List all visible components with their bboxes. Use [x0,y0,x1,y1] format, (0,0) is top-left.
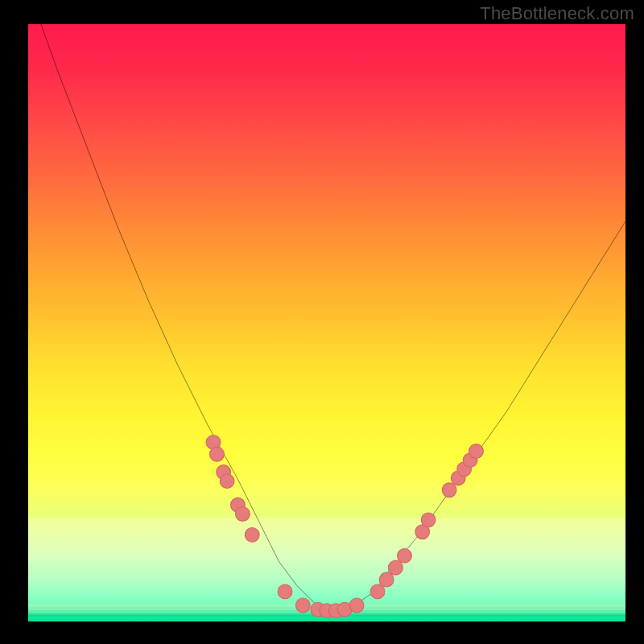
data-marker [220,474,234,489]
data-marker [278,584,292,599]
data-marker [349,598,364,613]
data-marker [210,447,225,461]
data-marker [295,598,310,613]
data-marker [235,507,250,522]
data-marker [398,548,412,563]
chart-frame: TheBottleneck.com [0,0,644,644]
curve-path [28,0,625,609]
data-marker [370,584,385,599]
data-marker [379,572,394,587]
data-marker [469,444,484,459]
marker-series [206,435,483,617]
data-marker [442,483,456,497]
curve-series [28,0,625,609]
watermark-text: TheBottleneck.com [480,3,634,24]
plot-area [28,24,625,621]
data-marker [421,513,436,527]
chart-svg [28,24,625,621]
data-marker [388,560,402,575]
data-marker [245,528,259,543]
